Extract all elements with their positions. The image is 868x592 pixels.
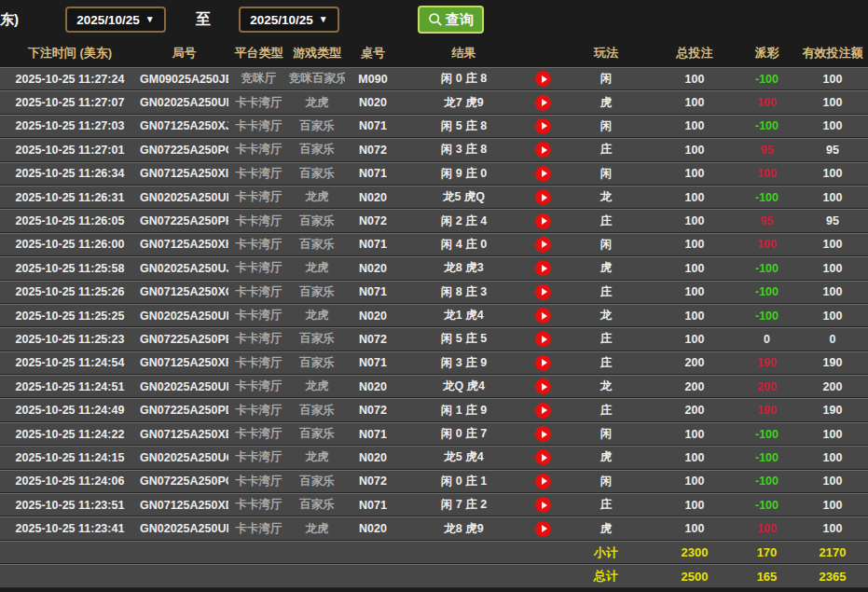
cell-valid-bet: 100 [797,281,868,304]
play-video-icon[interactable] [535,71,551,87]
cell-payout: -100 [737,446,797,469]
cell-result: 闲 5 庄 5 [401,327,527,351]
cell-bet-time: 2025-10-25 11:25:25 [0,304,140,327]
cell-payout: 100 [737,516,797,540]
date-to-picker[interactable]: 2025/10/25 ▼ [239,7,339,33]
cell-result: 闲 4 庄 0 [401,233,527,256]
table-row: 2025-10-25 11:25:25 GN02025A250UI 卡卡湾厅 龙… [0,304,868,327]
cell-play: 闲 [559,67,653,90]
cell-table-no: N072 [345,209,401,232]
query-button[interactable]: 查询 [418,6,484,34]
table-footer: 小计 2300 170 2170 总计 2500 165 2365 [0,541,868,588]
play-video-icon[interactable] [535,379,551,394]
play-video-icon[interactable] [535,449,551,465]
header-platform: 平台类型 [228,39,289,67]
play-video-icon[interactable] [535,308,551,324]
cell-total-bet: 100 [653,138,737,161]
play-video-icon[interactable] [535,213,551,229]
cell-play: 龙 [559,304,653,327]
header-game-type: 游戏类型 [289,39,345,67]
cell-game-type: 百家乐 [289,209,345,232]
cell-game-id: GN07125A250XI [140,162,228,186]
play-video-icon[interactable] [535,189,551,205]
cell-bet-time: 2025-10-25 11:24:49 [0,398,140,421]
play-video-icon[interactable] [535,95,551,111]
subtotal-row: 小计 2300 170 2170 [0,541,868,565]
table-row: 2025-10-25 11:23:41 GN02025A250UF 卡卡湾厅 龙… [0,516,868,540]
cell-platform: 卡卡湾厅 [228,327,289,351]
table-row: 2025-10-25 11:26:34 GN07125A250XI 卡卡湾厅 百… [0,162,868,186]
cell-platform: 卡卡湾厅 [228,138,289,161]
cell-platform: 卡卡湾厅 [228,304,289,327]
table-row: 2025-10-25 11:26:05 GN07225A250PF 卡卡湾厅 百… [0,209,868,232]
cell-result: 龙1 虎4 [401,304,527,327]
play-video-icon[interactable] [535,118,551,134]
play-video-icon[interactable] [535,497,551,513]
table-row: 2025-10-25 11:25:23 GN07225A250PE 卡卡湾厅 百… [0,327,868,351]
cell-table-no: N072 [345,138,401,161]
table-row: 2025-10-25 11:24:15 GN02025A250UG 卡卡湾厅 龙… [0,446,868,469]
cell-game-id: GN02025A250UK [140,186,228,209]
cell-video [527,115,559,138]
cell-platform: 卡卡湾厅 [228,446,289,469]
cell-game-type: 百家乐 [289,115,345,138]
query-button-label: 查询 [446,11,474,29]
date-to-value: 2025/10/25 [250,13,313,27]
cell-bet-time: 2025-10-25 11:25:26 [0,281,140,304]
bet-records-table: 下注时间 (美东) 局号 平台类型 游戏类型 桌号 结果 玩法 总投注 派彩 有… [0,39,868,588]
header-payout: 派彩 [737,39,797,67]
cell-table-no: N020 [345,90,401,114]
cell-table-no: N020 [345,516,401,540]
play-video-icon[interactable] [535,474,551,489]
cell-bet-time: 2025-10-25 11:23:51 [0,493,140,516]
cell-valid-bet: 100 [797,90,868,114]
cell-bet-time: 2025-10-25 11:25:23 [0,327,140,351]
header-result: 结果 [401,39,527,67]
cell-total-bet: 100 [653,470,737,493]
play-video-icon[interactable] [535,331,551,347]
header-table-no: 桌号 [345,39,401,67]
cell-result: 龙8 虎3 [401,256,527,280]
play-video-icon[interactable] [535,521,551,537]
cell-platform: 卡卡湾厅 [228,398,289,421]
cell-game-type: 百家乐 [289,281,345,304]
dropdown-arrow-icon: ▼ [319,15,328,24]
play-video-icon[interactable] [535,260,551,276]
cell-play: 庄 [559,327,653,351]
cell-result: 闲 1 庄 9 [401,398,527,421]
cell-bet-time: 2025-10-25 11:27:01 [0,138,140,161]
play-video-icon[interactable] [535,403,551,419]
cell-platform: 卡卡湾厅 [228,470,289,493]
cell-valid-bet: 100 [797,233,868,256]
cell-valid-bet: 200 [797,375,868,398]
table-row: 2025-10-25 11:24:06 GN07225A250PC 卡卡湾厅 百… [0,470,868,493]
cell-play: 虎 [559,446,653,469]
date-from-picker[interactable]: 2025/10/25 ▼ [65,7,166,33]
cell-platform: 卡卡湾厅 [228,493,289,516]
cell-valid-bet: 100 [797,516,868,540]
cell-total-bet: 100 [653,186,737,209]
cell-platform: 卡卡湾厅 [228,162,289,186]
cell-bet-time: 2025-10-25 11:24:51 [0,375,140,398]
play-video-icon[interactable] [535,142,551,158]
cell-game-type: 百家乐 [289,351,345,375]
clipped-eastern-time-label: 东) [0,11,21,29]
play-video-icon[interactable] [535,426,551,442]
cell-result: 闲 5 庄 8 [401,115,527,138]
cell-total-bet: 100 [653,493,737,516]
cell-platform: 竞咪厅 [228,67,289,90]
cell-table-no: N072 [345,398,401,421]
play-video-icon[interactable] [535,166,551,182]
cell-payout: 100 [737,90,797,114]
cell-play: 庄 [559,351,653,375]
cell-result: 闲 8 庄 3 [401,281,527,304]
play-video-icon[interactable] [535,237,551,253]
cell-table-no: N072 [345,327,401,351]
cell-bet-time: 2025-10-25 11:26:05 [0,209,140,232]
play-video-icon[interactable] [535,284,551,300]
cell-table-no: N071 [345,351,401,375]
cell-video [527,375,559,398]
table-row: 2025-10-25 11:27:24 GM09025A250JB 竞咪厅 竞咪… [0,67,868,90]
cell-payout: -100 [737,422,797,446]
play-video-icon[interactable] [535,355,551,371]
